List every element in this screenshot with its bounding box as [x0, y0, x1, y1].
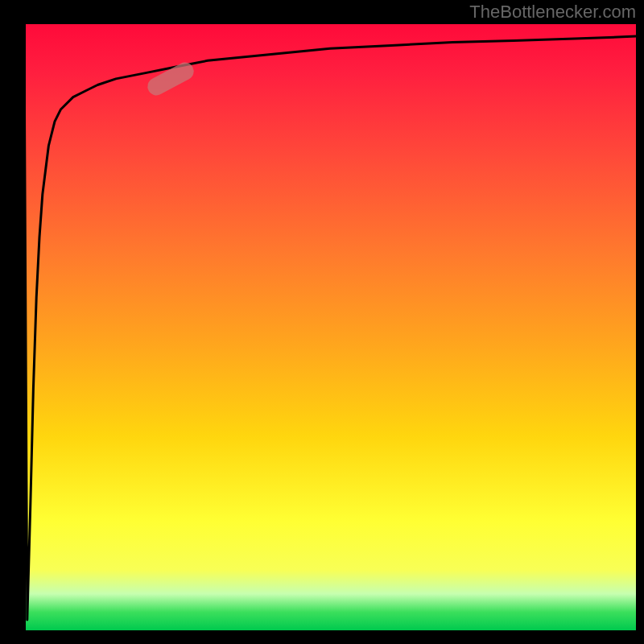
- heatmap-background: [24, 24, 636, 632]
- chart-frame: [24, 24, 636, 632]
- watermark-text: TheBottlenecker.com: [469, 2, 636, 23]
